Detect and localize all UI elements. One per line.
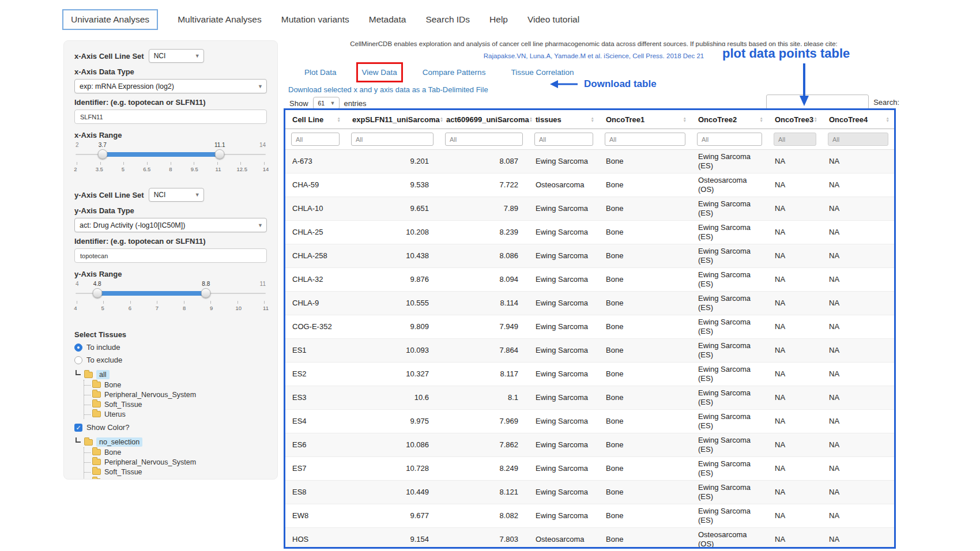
sort-icon[interactable]: ▲▼ [337, 116, 341, 123]
y-identifier-input[interactable] [74, 248, 267, 263]
sort-icon[interactable]: ▲▼ [591, 116, 594, 123]
sort-icon[interactable]: ▲▼ [683, 116, 687, 123]
tree-item-bone[interactable]: Bone [84, 447, 267, 457]
x-axis-range-slider: 2 3.7 11.1 14 23.556.589.51112.514 [76, 142, 266, 175]
column-filter-input[interactable] [774, 133, 816, 146]
tab-multivariate-analyses[interactable]: Multivariate Analyses [178, 14, 262, 25]
table-row: CHLA-2510.2088.239Ewing SarcomaBoneEwing… [285, 221, 894, 244]
tab-compare-patterns[interactable]: Compare Patterns [423, 68, 486, 77]
tissue-tree-color: no_selection Bone Peripheral_Nervous_Sys… [74, 437, 267, 480]
y-range-label: y-Axis Range [74, 270, 267, 278]
column-filter-input[interactable] [605, 133, 685, 146]
folder-icon [92, 401, 101, 407]
table-row: HOS9.1547.803OsteosarcomaBoneOsteosarcom… [285, 528, 894, 549]
x-cell-line-set-label: x-Axis Cell Line Set [74, 52, 144, 61]
folder-icon [92, 449, 101, 455]
table-annotation-label: plot data points table [719, 46, 853, 61]
tab-univariate-analyses[interactable]: Univariate Analyses [62, 9, 158, 30]
tree-item-uterus[interactable]: Uterus [84, 477, 267, 480]
folder-icon [84, 372, 93, 378]
table-row: CHA-599.5387.722OsteosarcomaBoneOsteosar… [285, 173, 894, 197]
sort-icon[interactable]: ▲▼ [814, 116, 817, 123]
column-filter-input[interactable] [291, 133, 340, 146]
folder-icon [92, 411, 101, 417]
table-row: ES810.4498.121Ewing SarcomaBoneEwing Sar… [285, 481, 894, 504]
tree-elbow-icon [76, 437, 81, 443]
folder-icon [92, 469, 101, 475]
select-tissues-label: Select Tissues [74, 330, 267, 339]
tree-item-soft_tissue[interactable]: Soft_Tissue [84, 399, 267, 409]
radio-unselected-icon [74, 356, 82, 364]
column-header-oncotree2[interactable]: OncoTree2 ▲▼ [691, 115, 768, 124]
tab-plot-data[interactable]: Plot Data [304, 68, 337, 77]
tab-help[interactable]: Help [489, 14, 508, 25]
slider-handle-to[interactable] [201, 288, 211, 298]
tissues-include-radio[interactable]: To include [74, 343, 267, 352]
y-cell-line-set-select[interactable]: NCI ▼ [149, 188, 204, 202]
column-filter-input[interactable] [534, 133, 593, 146]
column-header-expslfn11-unisarcoma[interactable]: expSLFN11_uniSarcoma ▲▼ [345, 115, 439, 124]
column-header-tissues[interactable]: tissues ▲▼ [529, 115, 599, 124]
table-row: CHLA-910.5558.114Ewing SarcomaBoneEwing … [285, 292, 894, 315]
tree-root-no_selection[interactable]: no_selection [96, 437, 142, 447]
download-link[interactable]: Download selected x and y axis data as a… [288, 85, 488, 94]
tissue-tree-include: all Bone Peripheral_Nervous_System Soft_… [74, 370, 267, 419]
y-data-type-label: y-Axis Data Type [74, 206, 267, 215]
tree-item-bone[interactable]: Bone [84, 380, 267, 390]
tree-item-peripheral_nervous_system[interactable]: Peripheral_Nervous_System [84, 457, 267, 467]
table-row: CHLA-329.8768.094Ewing SarcomaBoneEwing … [285, 268, 894, 292]
x-identifier-label: Identifier: (e.g. topotecan or SLFN11) [74, 98, 267, 107]
column-header-oncotree3[interactable]: OncoTree3 ▲▼ [768, 115, 822, 124]
slider-handle-to[interactable] [215, 149, 225, 159]
show-color-checkbox[interactable]: ✓ Show Color? [74, 423, 267, 432]
column-header-oncotree4[interactable]: OncoTree4 ▲▼ [822, 115, 894, 124]
column-header-act609699-unisarcoma[interactable]: act609699_uniSarcoma ▲▼ [439, 115, 529, 124]
data-table: Cell Line ▲▼expSLFN11_uniSarcoma ▲▼act60… [284, 108, 896, 549]
tree-root-all[interactable]: all [96, 370, 110, 379]
x-cell-line-set-select[interactable]: NCI ▼ [149, 49, 204, 63]
tab-metadata[interactable]: Metadata [369, 14, 406, 25]
entries-control: Show 61 ▼ entries [289, 97, 367, 110]
column-header-cell-line[interactable]: Cell Line ▲▼ [285, 115, 345, 124]
tree-item-peripheral_nervous_system[interactable]: Peripheral_Nervous_System [84, 390, 267, 399]
tree-item-uterus[interactable]: Uterus [84, 409, 267, 419]
column-header-oncotree1[interactable]: OncoTree1 ▲▼ [599, 115, 691, 124]
sort-icon[interactable]: ▲▼ [886, 116, 889, 123]
x-data-type-label: x-Axis Data Type [74, 67, 267, 76]
table-row: ES210.3278.117Ewing SarcomaBoneEwing Sar… [285, 363, 894, 386]
slider-handle-from[interactable] [92, 288, 102, 298]
slider-selected-range [103, 152, 220, 157]
tab-tissue-correlation[interactable]: Tissue Correlation [511, 68, 574, 77]
main-content: CellMinerCDB enables exploration and ana… [288, 40, 899, 551]
column-filter-input[interactable] [828, 133, 888, 146]
table-row: CHLA-109.6517.89Ewing SarcomaBoneEwing S… [285, 197, 894, 221]
chevron-down-icon: ▼ [195, 192, 200, 198]
tab-video-tutorial[interactable]: Video tutorial [527, 14, 579, 25]
folder-icon [92, 391, 101, 398]
table-body: A-6739.2018.087Ewing SarcomaBoneEwing Sa… [285, 150, 894, 549]
tab-search-ids[interactable]: Search IDs [425, 14, 470, 25]
tissues-exclude-radio[interactable]: To exclude [74, 356, 267, 364]
table-row: CHLA-25810.4388.086Ewing SarcomaBoneEwin… [285, 244, 894, 268]
sort-icon[interactable]: ▲▼ [760, 116, 763, 123]
search-label: Search: [873, 98, 899, 107]
entries-select[interactable]: 61 ▼ [313, 97, 340, 110]
slider-selected-range [97, 291, 206, 296]
y-axis-range-slider: 4 4.8 8.8 11 4567891011 [76, 281, 266, 314]
folder-icon [84, 439, 93, 446]
slider-handle-from[interactable] [97, 149, 107, 159]
table-row: ES710.7288.249Ewing SarcomaBoneEwing Sar… [285, 457, 894, 481]
chevron-down-icon: ▼ [258, 222, 263, 228]
tab-view-data[interactable]: View Data [362, 68, 397, 77]
chevron-down-icon: ▼ [330, 100, 336, 106]
checkbox-checked-icon: ✓ [74, 424, 82, 432]
column-filter-input[interactable] [351, 133, 434, 146]
search-input[interactable] [766, 95, 869, 110]
y-data-type-select[interactable]: act: Drug Activity (-log10[IC50M]) ▼ [74, 218, 267, 232]
x-data-type-select[interactable]: exp: mRNA Expression (log2) ▼ [74, 79, 267, 93]
column-filter-input[interactable] [697, 133, 762, 146]
tab-mutation-variants[interactable]: Mutation variants [281, 14, 349, 25]
column-filter-input[interactable] [445, 133, 523, 146]
tree-item-soft_tissue[interactable]: Soft_Tissue [84, 467, 267, 477]
x-identifier-input[interactable] [74, 110, 267, 124]
